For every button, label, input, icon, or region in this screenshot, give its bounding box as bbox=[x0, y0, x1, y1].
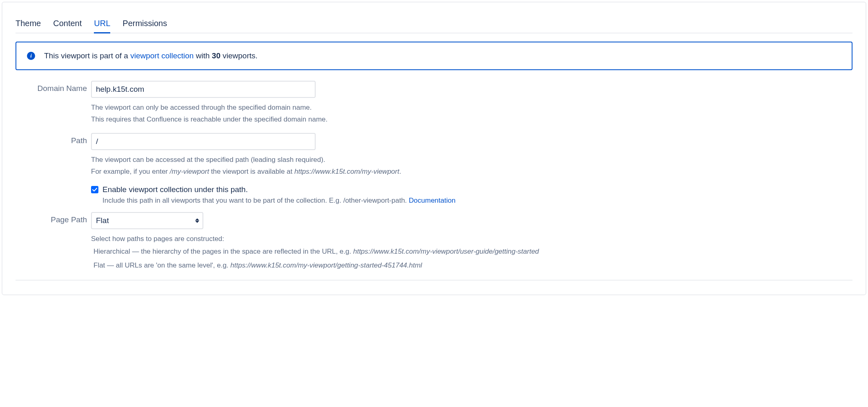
tab-permissions[interactable]: Permissions bbox=[122, 19, 167, 33]
banner-count: 30 bbox=[212, 51, 220, 60]
collection-row: Enable viewport collection under this pa… bbox=[16, 185, 852, 205]
settings-panel: Theme Content URL Permissions i This vie… bbox=[2, 2, 866, 295]
pagepath-help-intro: Select how paths to pages are constructe… bbox=[91, 233, 852, 245]
pagepath-select[interactable] bbox=[91, 212, 203, 229]
pagepath-label: Page Path bbox=[16, 212, 91, 224]
pagepath-help: Select how paths to pages are constructe… bbox=[91, 233, 852, 273]
path-row: Path The viewport can be accessed at the… bbox=[16, 133, 852, 178]
pagepath-flat: Flat — all URLs are 'on the same level',… bbox=[93, 259, 852, 272]
domain-help-line2: This requires that Confluence is reachab… bbox=[91, 114, 852, 126]
domain-input[interactable] bbox=[91, 81, 316, 98]
path-help-line1: The viewport can be accessed at the spec… bbox=[91, 154, 852, 166]
enable-collection-checkbox[interactable] bbox=[91, 186, 98, 193]
enable-collection-label: Enable viewport collection under this pa… bbox=[102, 185, 248, 194]
tab-bar: Theme Content URL Permissions bbox=[16, 19, 852, 33]
documentation-link[interactable]: Documentation bbox=[409, 197, 455, 204]
path-input[interactable] bbox=[91, 133, 316, 150]
domain-label: Domain Name bbox=[16, 81, 91, 93]
info-icon: i bbox=[27, 52, 35, 60]
divider bbox=[16, 280, 852, 281]
domain-help: The viewport can only be accessed throug… bbox=[91, 102, 852, 126]
pagepath-row: Page Path Select how paths to pages are … bbox=[16, 212, 852, 273]
domain-row: Domain Name The viewport can only be acc… bbox=[16, 81, 852, 126]
banner-suffix: viewports. bbox=[220, 51, 258, 60]
viewport-collection-link[interactable]: viewport collection bbox=[130, 51, 194, 60]
banner-prefix: This viewport is part of a bbox=[44, 51, 130, 60]
info-banner: i This viewport is part of a viewport co… bbox=[16, 42, 852, 70]
path-label: Path bbox=[16, 133, 91, 145]
pagepath-hierarchical: Hierarchical — the hierarchy of the page… bbox=[93, 245, 852, 259]
enable-collection-help: Include this path in all viewports that … bbox=[102, 197, 852, 205]
info-banner-text: This viewport is part of a viewport coll… bbox=[44, 51, 258, 60]
path-help-line2: For example, if you enter /my-viewport t… bbox=[91, 166, 852, 178]
domain-help-line1: The viewport can only be accessed throug… bbox=[91, 102, 852, 114]
tab-theme[interactable]: Theme bbox=[16, 19, 41, 33]
tab-url[interactable]: URL bbox=[94, 19, 110, 33]
path-help: The viewport can be accessed at the spec… bbox=[91, 154, 852, 178]
banner-mid: with bbox=[194, 51, 211, 60]
check-icon bbox=[92, 187, 97, 192]
tab-content[interactable]: Content bbox=[53, 19, 82, 33]
